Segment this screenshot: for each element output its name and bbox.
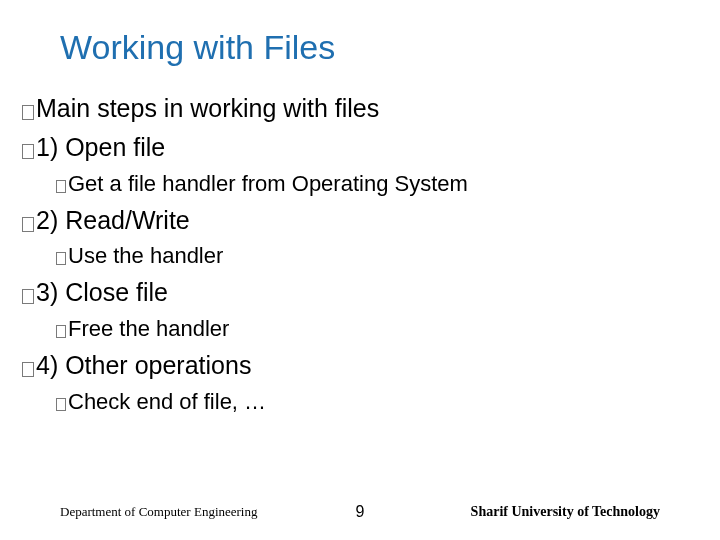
bullet-text: 1) Open file [36, 128, 165, 167]
slide-title: Working with Files [0, 28, 720, 67]
bullet-icon [22, 362, 34, 377]
bullet-icon [22, 289, 34, 304]
bullet-text: Use the handler [68, 239, 223, 273]
slide: Working with Files Main steps in working… [0, 0, 720, 540]
footer-page-number: 9 [356, 503, 365, 521]
bullet-text: Check end of file, … [68, 385, 266, 419]
bullet-icon [22, 217, 34, 232]
bullet-text: 2) Read/Write [36, 201, 190, 240]
bullet-level1: 4) Other operations [22, 346, 720, 385]
footer-department: Department of Computer Engineering [60, 504, 257, 520]
bullet-level2: Use the handler [22, 239, 720, 273]
bullet-text: Main steps in working with files [36, 89, 379, 128]
bullet-icon [56, 180, 66, 193]
bullet-text: Free the handler [68, 312, 229, 346]
bullet-level2: Get a file handler from Operating System [22, 167, 720, 201]
slide-content: Main steps in working with files 1) Open… [0, 89, 720, 419]
bullet-text: Get a file handler from Operating System [68, 167, 468, 201]
bullet-icon [22, 144, 34, 159]
slide-footer: Department of Computer Engineering 9 Sha… [0, 504, 720, 520]
bullet-icon [56, 398, 66, 411]
bullet-icon [56, 252, 66, 265]
bullet-icon [22, 105, 34, 120]
bullet-level2: Check end of file, … [22, 385, 720, 419]
bullet-level1: 2) Read/Write [22, 201, 720, 240]
footer-university: Sharif University of Technology [471, 504, 660, 520]
bullet-level1: 3) Close file [22, 273, 720, 312]
bullet-icon [56, 325, 66, 338]
bullet-level1: 1) Open file [22, 128, 720, 167]
bullet-level2: Free the handler [22, 312, 720, 346]
bullet-level1: Main steps in working with files [22, 89, 720, 128]
bullet-text: 3) Close file [36, 273, 168, 312]
bullet-text: 4) Other operations [36, 346, 251, 385]
